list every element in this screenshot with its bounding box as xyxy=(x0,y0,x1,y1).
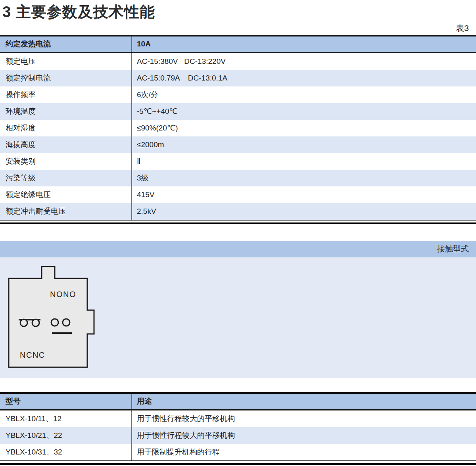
param-value-cell: 6次/分 xyxy=(132,90,476,100)
contact-type-body: NONO NCNC xyxy=(0,257,476,378)
contact-type-title: 接触型式 xyxy=(437,244,469,254)
usage-cell: 用于限制提升机构的行程 xyxy=(132,447,476,457)
no-contact-terminal xyxy=(63,319,70,326)
table-row: 额定冲击耐受电压 2.5kV xyxy=(0,203,476,220)
param-value-cell: ≤90%(20℃) xyxy=(132,123,476,132)
param-name-cell: 相对湿度 xyxy=(0,120,132,136)
usage-cell: 用于惯性行程较大的平移机构 xyxy=(132,430,476,441)
param-name-cell: 海拔高度 xyxy=(0,136,132,153)
param-name-cell: 额定冲击耐受电压 xyxy=(0,203,132,220)
page-title: 3 主要参数及技术性能 xyxy=(2,2,476,22)
param-name-cell: 污染等级 xyxy=(0,170,132,186)
no-contact-terminal xyxy=(51,319,58,326)
param-name-cell: 安装类别 xyxy=(0,153,132,170)
table-row: YBLX-10/21、22 用于惯性行程较大的平移机构 xyxy=(0,427,476,444)
param-value-cell: ≤2000m xyxy=(132,140,476,149)
limit-switch-contact-diagram: NONO NCNC xyxy=(0,257,103,378)
header-model: 型号 xyxy=(0,394,132,409)
param-value-cell: -5℃~+40℃ xyxy=(132,107,476,116)
parameters-table: 约定发热电流 10A 额定电压 AC-15:380V DC-13:220V 额定… xyxy=(0,35,476,220)
param-name-cell: 额定控制电流 xyxy=(0,70,132,86)
table-row: YBLX-10/31、32 用于限制提升机构的行程 xyxy=(0,444,476,460)
param-value-cell: AC-15:0.79A DC-13:0.1A xyxy=(132,74,476,82)
nc-contact-terminal xyxy=(32,319,39,326)
usage-cell: 用于惯性行程较大的平移机构 xyxy=(132,414,476,424)
param-name-cell: 环境温度 xyxy=(0,103,132,120)
param-name-cell: 额定绝缘电压 xyxy=(0,186,132,203)
param-value-cell: AC-15:380V DC-13:220V xyxy=(132,57,476,66)
table-number-label: 表3 xyxy=(0,23,476,33)
models-table: 型号 用途 YBLX-10/11、12 用于惯性行程较大的平移机构 YBLX-1… xyxy=(0,392,476,460)
param-value-cell: 3级 xyxy=(132,173,476,183)
table-row: 安装类别 Ⅱ xyxy=(0,153,476,170)
nc-contact-terminal xyxy=(20,319,27,326)
table-bottom-rule xyxy=(0,220,476,224)
table-row: 额定电压 AC-15:380V DC-13:220V xyxy=(0,53,476,70)
param-value-cell: Ⅱ xyxy=(132,157,476,166)
table-row: YBLX-10/11、12 用于惯性行程较大的平移机构 xyxy=(0,410,476,427)
table-row: 额定控制电流 AC-15:0.79A DC-13:0.1A xyxy=(0,70,476,86)
param-name-cell: 额定电压 xyxy=(0,53,132,70)
models-table-header-row: 型号 用途 xyxy=(0,394,476,410)
parameters-table-header-row: 约定发热电流 10A xyxy=(0,36,476,53)
table-row: 海拔高度 ≤2000m xyxy=(0,136,476,153)
param-name-cell: 操作频率 xyxy=(0,86,132,103)
table-bottom-rule xyxy=(0,460,476,465)
models-table-wrap: 型号 用途 YBLX-10/11、12 用于惯性行程较大的平移机构 YBLX-1… xyxy=(0,392,476,465)
header-param-value: 10A xyxy=(132,40,476,48)
contact-type-header-bar: 接触型式 xyxy=(0,241,476,257)
table-row: 相对湿度 ≤90%(20℃) xyxy=(0,120,476,136)
nc-contacts-label: NCNC xyxy=(20,351,45,359)
param-value-cell: 415V xyxy=(132,190,476,199)
model-cell: YBLX-10/21、22 xyxy=(0,427,132,444)
header-usage: 用途 xyxy=(132,396,476,407)
model-cell: YBLX-10/11、12 xyxy=(0,410,132,427)
no-contacts-label: NONO xyxy=(50,290,76,299)
table-row: 污染等级 3级 xyxy=(0,170,476,186)
contact-type-section: 接触型式 NONO NCNC xyxy=(0,241,476,378)
table-row: 额定绝缘电压 415V xyxy=(0,186,476,203)
table-row: 环境温度 -5℃~+40℃ xyxy=(0,103,476,120)
table-row: 操作频率 6次/分 xyxy=(0,86,476,103)
header-param-name: 约定发热电流 xyxy=(0,36,132,52)
param-value-cell: 2.5kV xyxy=(132,207,476,216)
model-cell: YBLX-10/31、32 xyxy=(0,444,132,460)
datasheet-page: 3 主要参数及技术性能 表3 约定发热电流 10A 额定电压 AC-15:380… xyxy=(0,2,476,466)
